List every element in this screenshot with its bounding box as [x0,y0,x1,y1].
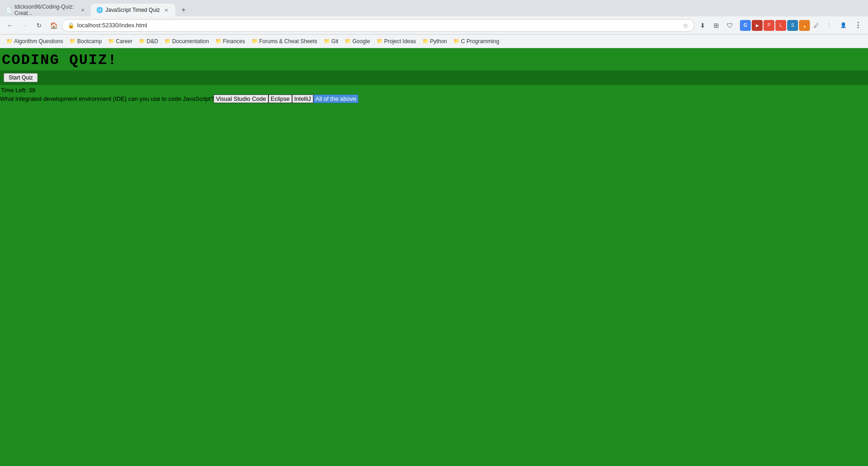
bookmark-label: Python [430,38,447,45]
answer-option-2[interactable]: Eclipse [268,94,292,103]
folder-icon: 📁 [324,38,330,44]
reload-button[interactable]: ↻ [33,19,45,32]
folder-icon: 📁 [453,38,460,44]
time-left-display: Time Left: 39 [0,87,868,94]
bookmark-git[interactable]: 📁 Git [321,37,341,45]
bookmark-label: Algorithm Questions [14,38,63,45]
star-icon[interactable]: ☆ [683,22,689,29]
bookmark-documentation[interactable]: 📁 Documentation [162,37,212,45]
answer-option-4[interactable]: All of the above [313,94,359,103]
tab-github-title: tdickson96/Coding-Quiz: Creat... [15,4,77,16]
bookmark-label: Bootcamp [77,38,102,45]
tab-quiz-close[interactable]: ✕ [163,6,170,14]
folder-icon: 📁 [377,38,383,44]
back-button[interactable]: ← [4,19,16,32]
page-title: CODING QUIZ! [0,52,868,69]
bookmark-project-ideas[interactable]: 📁 Project Ideas [374,37,419,45]
bookmark-label: Finances [223,38,245,45]
bookmark-label: D&D [147,38,158,45]
bookmark-forums[interactable]: 📁 Forums & Cheat Sheets [249,37,320,45]
address-bar[interactable]: 🔒 localhost:52330/index.html ☆ [62,19,694,32]
folder-icon: 📁 [164,38,171,44]
download-button[interactable]: ⬇ [696,19,709,32]
bookmark-c-programming[interactable]: 📁 C Programming [451,37,502,45]
tab-github-close[interactable]: ✕ [79,6,85,14]
folder-icon: 📁 [6,38,13,44]
ext-icon-6[interactable]: 🔥 [799,20,810,31]
browser-window: 📄 tdickson96/Coding-Quiz: Creat... ✕ 🌐 J… [0,0,868,466]
ext-icon-1[interactable]: G [740,20,751,31]
address-text: localhost:52330/index.html [77,22,680,29]
folder-icon: 📁 [69,38,76,44]
bookmark-label: C Programming [461,38,499,45]
answer-option-1[interactable]: Visual Studio Code [213,94,268,103]
bookmark-label: Documentation [172,38,209,45]
extensions-more-button[interactable]: ⋮ [823,19,835,32]
tab-groups-button[interactable]: ⊞ [710,19,723,32]
ext-icon-2[interactable]: ▶ [752,20,763,31]
bookmarks-bar: 📁 Algorithm Questions 📁 Bootcamp 📁 Caree… [0,35,868,48]
quiz-body: Time Left: 39 What integrated developmen… [0,85,868,105]
bookmark-label: Google [352,38,370,45]
folder-icon: 📁 [139,38,145,44]
bookmark-dnd[interactable]: 📁 D&D [136,37,161,45]
nav-bar: ← → ↻ 🏠 🔒 localhost:52330/index.html ☆ ⬇… [0,16,868,35]
ext-icon-4[interactable]: L [775,20,786,31]
ext-icon-3[interactable]: P [764,20,774,31]
ext-icon-5[interactable]: S [787,20,798,31]
tab-quiz-title: JavaScript Timed Quiz [105,7,160,13]
bookmark-bootcamp[interactable]: 📁 Bootcamp [67,37,104,45]
bookmark-google[interactable]: 📁 Google [342,37,373,45]
lock-icon: 🔒 [68,22,74,29]
home-button[interactable]: 🏠 [47,19,60,32]
tab-quiz-favicon: 🌐 [96,7,103,13]
quiz-toolbar: Start Quiz [0,70,868,85]
profile-button[interactable]: 👤 [837,19,850,32]
tab-github-favicon: 📄 [5,7,12,13]
answer-options: Visual Studio Code Eclipse IntelliJ All … [213,94,358,103]
adblock-button[interactable]: 🛡 [724,19,736,32]
start-quiz-button[interactable]: Start Quiz [4,73,38,82]
folder-icon: 📁 [345,38,351,44]
bookmark-python[interactable]: 📁 Python [420,37,450,45]
page-content: CODING QUIZ! Start Quiz Time Left: 39 Wh… [0,48,868,466]
forward-button[interactable]: → [18,19,31,32]
folder-icon: 📁 [215,38,222,44]
tab-bar: 📄 tdickson96/Coding-Quiz: Creat... ✕ 🌐 J… [0,0,868,16]
answer-option-3[interactable]: IntelliJ [292,94,313,103]
bookmark-career[interactable]: 📁 Career [105,37,135,45]
menu-button[interactable]: ⋮ [852,19,864,32]
extension-icons: G ▶ P L S 🔥 🖊 ⋮ [740,19,835,32]
folder-icon: 📁 [252,38,258,44]
bookmark-finances[interactable]: 📁 Finances [213,37,248,45]
tab-quiz[interactable]: 🌐 JavaScript Timed Quiz ✕ [91,4,175,16]
new-tab-button[interactable]: + [177,4,190,16]
folder-icon: 📁 [108,38,114,44]
folder-icon: 📁 [422,38,429,44]
bookmark-algorithm-questions[interactable]: 📁 Algorithm Questions [4,37,66,45]
question-text: What integrated development environment … [0,95,213,102]
bookmark-label: Project Ideas [384,38,416,45]
tab-github[interactable]: 📄 tdickson96/Coding-Quiz: Creat... ✕ [0,4,91,16]
page-header: CODING QUIZ! [0,48,868,70]
ext-icon-7[interactable]: 🖊 [811,20,822,31]
nav-actions: ⬇ ⊞ 🛡 [696,19,736,32]
bookmark-label: Git [332,38,338,45]
bookmark-label: Career [116,38,133,45]
question-row: What integrated development environment … [0,94,868,103]
bookmark-label: Forums & Cheat Sheets [259,38,317,45]
